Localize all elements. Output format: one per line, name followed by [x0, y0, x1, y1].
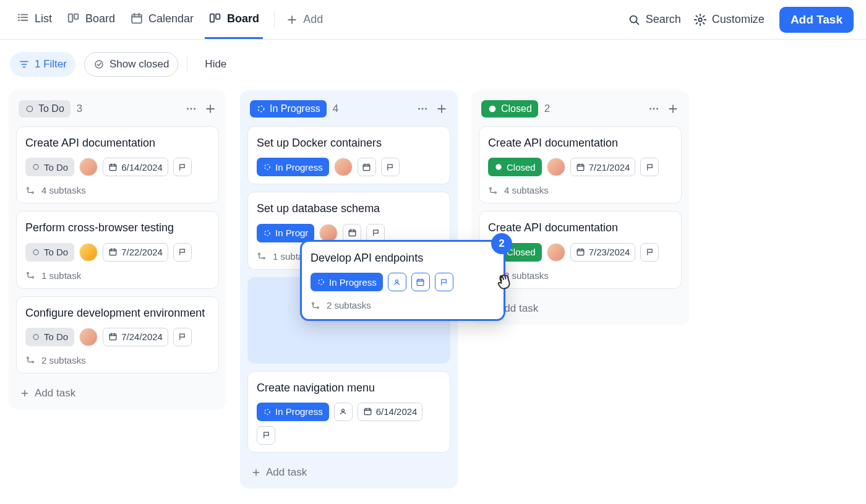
priority-flag-chip[interactable]	[173, 328, 192, 346]
task-card[interactable]: Perform cross-browser testing To Do 7/22…	[16, 211, 219, 288]
circle-icon	[32, 333, 40, 341]
add-view-label: Add	[303, 13, 323, 26]
column-todo: To Do 3 Create API documentation To Do 6…	[9, 90, 226, 409]
task-card[interactable]: Create API documentation Closed 7/21/202…	[479, 126, 682, 203]
search-label: Search	[646, 13, 681, 26]
task-card[interactable]: Create navigation menu In Progress 6/14/…	[247, 371, 450, 453]
flag-icon	[178, 332, 187, 341]
subtasks-count: 2 subtasks	[41, 355, 86, 365]
flag-icon	[178, 163, 187, 172]
task-title: Set up Docker containers	[257, 135, 441, 150]
filter-button[interactable]: 1 Filter	[10, 52, 75, 77]
avatar[interactable]	[79, 158, 98, 176]
priority-flag-chip[interactable]	[640, 243, 659, 262]
status-badge-todo[interactable]: To Do	[25, 328, 74, 346]
avatar[interactable]	[79, 243, 98, 262]
dragging-task-card[interactable]: 2 Develop API endpoints In Progress 2 su…	[300, 240, 505, 321]
add-view-button[interactable]: Add	[286, 13, 323, 26]
priority-flag-chip[interactable]	[173, 158, 192, 176]
status-badge-closed[interactable]: Closed	[488, 158, 542, 176]
column-count: 2	[544, 103, 550, 115]
status-badge-in-progress[interactable]: In Progress	[250, 100, 327, 117]
add-task-button[interactable]: Add Task	[779, 7, 854, 33]
due-date-chip[interactable]: 7/22/2024	[103, 243, 168, 262]
view-tab-calendar[interactable]: Calendar	[126, 0, 197, 39]
subtasks-row[interactable]: 2 subtasks	[311, 299, 495, 310]
priority-flag-chip[interactable]	[173, 243, 192, 262]
customize-button[interactable]: Customize	[691, 13, 767, 27]
calendar-icon	[576, 247, 585, 257]
column-add-button[interactable]	[667, 103, 679, 115]
column-more-button[interactable]	[416, 102, 429, 116]
status-badge-in-progress[interactable]: In Progress	[311, 273, 383, 291]
task-card[interactable]: Configure development environment To Do …	[16, 296, 219, 374]
add-task-button-label: Add Task	[791, 13, 842, 26]
subtask-icon	[488, 186, 498, 195]
due-date-chip[interactable]	[411, 273, 430, 291]
subtasks-row[interactable]: 4 subtasks	[25, 184, 210, 195]
status-label: To Do	[38, 103, 64, 114]
progress-icon	[263, 163, 272, 171]
plus-icon	[286, 14, 298, 26]
status-label: Closed	[507, 162, 536, 173]
subtasks-count: 4 subtasks	[504, 185, 549, 195]
view-tab-list[interactable]: List	[12, 0, 56, 39]
gear-icon	[693, 13, 707, 27]
due-date-chip[interactable]	[358, 158, 376, 176]
show-closed-button[interactable]: Show closed	[84, 52, 178, 77]
views-toolbar: List Board Calendar Board Add Search Cus…	[0, 0, 866, 40]
calendar-icon	[363, 407, 372, 416]
due-date-chip[interactable]: 7/24/2024	[103, 328, 168, 346]
assignee-empty-chip[interactable]	[388, 273, 406, 291]
calendar-icon	[362, 163, 371, 172]
column-add-button[interactable]	[435, 103, 448, 115]
due-date-chip[interactable]: 7/21/2024	[570, 158, 636, 176]
filter-label: 1 Filter	[35, 58, 67, 70]
search-button[interactable]: Search	[625, 13, 684, 27]
status-badge-in-progress[interactable]: In Progress	[257, 158, 329, 176]
assignee-empty-chip[interactable]	[334, 403, 353, 421]
add-task-in-column[interactable]: Add task	[479, 296, 682, 317]
column-add-button[interactable]	[204, 103, 216, 115]
task-card[interactable]: Set up Docker containers In Progress	[247, 126, 450, 184]
subtasks-row[interactable]: 3 subtasks	[488, 269, 672, 281]
subtasks-row[interactable]: 2 subtasks	[25, 354, 210, 365]
due-date-chip[interactable]: 7/23/2024	[570, 243, 636, 262]
subtasks-row[interactable]: 1 subtask	[25, 269, 210, 281]
avatar[interactable]	[79, 328, 98, 346]
add-task-in-column[interactable]: Add task	[247, 460, 450, 481]
user-icon	[392, 278, 401, 287]
hide-button[interactable]: Hide	[196, 52, 235, 77]
subtasks-row[interactable]: 4 subtasks	[488, 184, 672, 195]
task-title: Create API documentation	[488, 220, 672, 235]
column-more-button[interactable]	[647, 102, 661, 116]
status-badge-todo[interactable]: To Do	[25, 243, 74, 262]
priority-flag-chip[interactable]	[640, 158, 659, 176]
due-date-value: 7/23/2024	[589, 247, 630, 257]
due-date-chip[interactable]: 6/14/2024	[103, 158, 168, 176]
status-badge-in-progress[interactable]: In Progress	[257, 403, 329, 421]
avatar[interactable]	[547, 243, 565, 262]
flag-icon	[385, 163, 395, 172]
column-more-button[interactable]	[184, 102, 198, 116]
circle-icon	[25, 104, 35, 114]
status-label: In Progress	[329, 277, 377, 288]
status-badge-closed[interactable]: Closed	[481, 100, 538, 117]
avatar[interactable]	[547, 158, 565, 176]
status-badge-in-progress[interactable]: In Progr	[257, 224, 314, 242]
view-tab-board[interactable]: Board	[63, 0, 119, 39]
priority-flag-chip[interactable]	[257, 426, 275, 445]
priority-flag-chip[interactable]	[435, 273, 453, 291]
flag-icon	[262, 430, 271, 440]
due-date-chip[interactable]: 6/14/2024	[358, 403, 423, 421]
task-card[interactable]: Create API documentation To Do 6/14/2024…	[16, 126, 219, 203]
status-badge-todo[interactable]: To Do	[25, 158, 74, 176]
status-badge-todo[interactable]: To Do	[19, 100, 71, 117]
filter-icon	[19, 59, 30, 70]
priority-flag-chip[interactable]	[381, 158, 400, 176]
view-tab-label: Board	[227, 12, 259, 25]
add-task-in-column[interactable]: Add task	[16, 381, 219, 402]
avatar[interactable]	[334, 158, 353, 176]
flag-icon	[178, 247, 187, 257]
view-tab-board-active[interactable]: Board	[205, 0, 263, 39]
